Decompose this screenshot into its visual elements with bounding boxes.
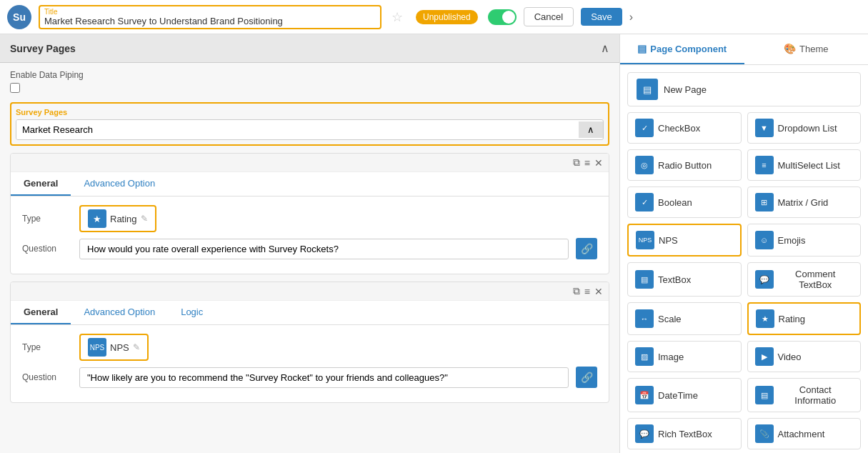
copy-button-1[interactable]: ⧉: [573, 156, 580, 169]
survey-pages-box: Survey Pages ∧: [10, 102, 609, 146]
publish-toggle[interactable]: [488, 9, 517, 25]
save-button[interactable]: Save: [581, 8, 622, 26]
checkbox-icon: ✓: [635, 119, 654, 137]
type-label-2: Type: [22, 342, 72, 352]
tab-advanced-1[interactable]: Advanced Option: [71, 172, 168, 196]
expand-arrow-button[interactable]: ›: [629, 11, 633, 24]
card-body-2: Type NPS NPS ✎ Question 🔗: [11, 325, 609, 402]
card-tabs-2: General Advanced Option Logic: [11, 301, 609, 325]
boolean-button[interactable]: ✓ Boolean: [627, 186, 742, 218]
emojis-label: Emojis: [778, 235, 806, 246]
question-row-2: Question 🔗: [22, 367, 597, 388]
rating-icon: ★: [88, 209, 106, 228]
image-icon: ▨: [635, 347, 654, 366]
right-content: ▤ New Page ✓ CheckBox ▼ Dropdown List ◎ …: [620, 65, 868, 453]
toggle-knob: [502, 11, 515, 24]
new-page-button[interactable]: ▤ New Page: [627, 72, 861, 106]
nps-component-icon: NPS: [636, 231, 654, 249]
cancel-button[interactable]: Cancel: [524, 7, 574, 26]
dropdown-button[interactable]: ▼ Dropdown List: [747, 112, 862, 144]
textbox-icon: ▤: [635, 270, 654, 289]
copy-button-2[interactable]: ⧉: [573, 285, 580, 297]
scale-button[interactable]: ↔ Scale: [627, 302, 742, 335]
datetime-button[interactable]: 📅 DateTime: [627, 378, 742, 412]
header: Su Title ☆ Unpublished Cancel Save ›: [0, 0, 868, 34]
radio-button[interactable]: ◎ Radio Button: [627, 149, 742, 181]
delete-button-1[interactable]: ✕: [594, 157, 603, 169]
contact-label: Contact Informatio: [778, 384, 854, 406]
tab-general-1[interactable]: General: [11, 172, 71, 196]
right-panel: ▤ Page Component 🎨 Theme ▤ New Page ✓ Ch…: [620, 34, 868, 453]
edit-icon-2[interactable]: ✎: [133, 342, 140, 352]
type-name-rating: Rating: [110, 214, 137, 224]
contact-icon: ▤: [755, 386, 774, 404]
comment-label: Comment TextBox: [778, 269, 854, 290]
richtextbox-button[interactable]: 💬 Rich TextBox: [627, 418, 742, 449]
tab-theme[interactable]: 🎨 Theme: [744, 34, 869, 64]
contact-button[interactable]: ▤ Contact Informatio: [747, 378, 862, 412]
question-input-2[interactable]: [79, 367, 569, 388]
datetime-label: DateTime: [658, 390, 698, 401]
nps-button[interactable]: NPS NPS: [627, 224, 742, 257]
menu-button-1[interactable]: ≡: [584, 157, 590, 169]
enable-data-piping-checkbox[interactable]: [10, 83, 20, 93]
survey-page-row: ∧: [16, 119, 604, 140]
card-toolbar-2: ⧉ ≡ ✕: [11, 282, 609, 301]
survey-page-name-input[interactable]: [16, 120, 579, 139]
question-label-2: Question: [22, 372, 72, 382]
textbox-label: TextBox: [658, 274, 691, 285]
tab-logic-2[interactable]: Logic: [168, 301, 216, 324]
star-icon[interactable]: ☆: [391, 9, 403, 25]
boolean-label: Boolean: [658, 197, 692, 208]
type-row-2: Type NPS NPS ✎: [22, 334, 597, 361]
checkbox-button[interactable]: ✓ CheckBox: [627, 112, 742, 144]
matrix-button[interactable]: ⊞ Matrix / Grid: [747, 186, 862, 218]
type-badge-rating[interactable]: ★ Rating ✎: [79, 205, 156, 232]
left-panel: Survey Pages ∧ Enable Data Piping Survey…: [0, 34, 620, 453]
radio-icon: ◎: [635, 156, 654, 174]
checkbox-label: CheckBox: [658, 123, 700, 134]
page-component-icon: ▤: [637, 43, 647, 54]
image-label: Image: [658, 352, 684, 362]
comment-button[interactable]: 💬 Comment TextBox: [747, 262, 862, 297]
boolean-icon: ✓: [635, 193, 654, 211]
question-input-1[interactable]: [79, 239, 569, 259]
link-button-1[interactable]: 🔗: [576, 238, 597, 259]
link-button-2[interactable]: 🔗: [576, 367, 597, 388]
video-button[interactable]: ▶ Video: [747, 341, 862, 372]
tab-advanced-2[interactable]: Advanced Option: [71, 301, 168, 324]
enable-data-piping-section: Enable Data Piping: [10, 70, 609, 95]
avatar: Su: [7, 5, 31, 29]
scale-icon: ↔: [635, 309, 654, 328]
status-badge: Unpublished: [416, 10, 478, 24]
delete-button-2[interactable]: ✕: [594, 286, 603, 297]
richtextbox-label: Rich TextBox: [658, 429, 712, 439]
title-input[interactable]: [44, 16, 376, 26]
attachment-icon: 📎: [755, 424, 774, 443]
richtextbox-icon: 💬: [635, 424, 654, 443]
datetime-icon: 📅: [635, 386, 654, 404]
menu-button-2[interactable]: ≡: [584, 286, 590, 297]
page-row-expand[interactable]: ∧: [579, 121, 603, 138]
edit-icon-1[interactable]: ✎: [141, 214, 148, 224]
tab-page-component[interactable]: ▤ Page Component: [620, 34, 744, 64]
type-name-nps: NPS: [110, 342, 129, 353]
tab-general-2[interactable]: General: [11, 301, 71, 324]
image-button[interactable]: ▨ Image: [627, 341, 742, 372]
textbox-button[interactable]: ▤ TextBox: [627, 262, 742, 297]
emojis-button[interactable]: ☺ Emojis: [747, 224, 862, 257]
card-body-1: Type ★ Rating ✎ Question 🔗: [11, 196, 609, 274]
component-grid: ✓ CheckBox ▼ Dropdown List ◎ Radio Butto…: [627, 112, 861, 449]
card-tabs-1: General Advanced Option: [11, 172, 609, 196]
video-icon: ▶: [755, 347, 774, 366]
tab-theme-label: Theme: [799, 44, 828, 54]
rating-component-button[interactable]: ★ Rating: [747, 302, 862, 335]
scale-label: Scale: [658, 314, 682, 324]
multiselect-icon: ≡: [755, 156, 774, 174]
attachment-button[interactable]: 📎 Attachment: [747, 418, 862, 449]
rating-component-icon: ★: [756, 309, 774, 328]
type-badge-nps[interactable]: NPS NPS ✎: [79, 334, 149, 361]
rating-component-label: Rating: [779, 314, 806, 324]
multiselect-button[interactable]: ≡ MultiSelect List: [747, 149, 862, 181]
chevron-up-icon[interactable]: ∧: [601, 41, 609, 55]
